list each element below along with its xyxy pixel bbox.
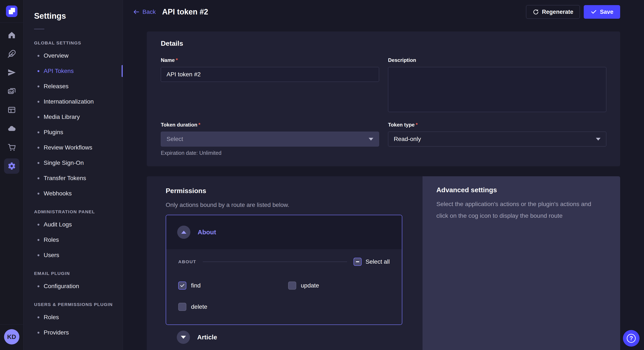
sidebar-item-releases[interactable]: Releases [24, 79, 123, 94]
section-divider [203, 262, 347, 262]
expiration-hint: Expiration date: Unlimited [161, 150, 379, 156]
permissions-title: Permissions [166, 187, 402, 195]
accordion-about-label: About [198, 229, 216, 236]
regenerate-button[interactable]: Regenerate [526, 5, 580, 19]
token-duration-placeholder: Select [166, 136, 183, 143]
action-label: delete [191, 303, 207, 310]
section-header: ADMINISTRATION PANEL [24, 207, 123, 217]
page-header: Back API token #2 Regenerate Save [123, 0, 644, 24]
sidebar-item-internationalization[interactable]: Internationalization [24, 94, 123, 109]
save-button[interactable]: Save [584, 5, 620, 19]
update-checkbox[interactable] [288, 282, 296, 290]
bullet-icon [38, 316, 40, 318]
page-content: Details Name* Description [123, 24, 644, 350]
icon-rail: KD [0, 0, 24, 350]
section-header: USERS & PERMISSIONS PLUGIN [24, 299, 123, 310]
sidebar-title-rule [34, 29, 44, 29]
sidebar-item-transfer-tokens[interactable]: Transfer Tokens [24, 171, 123, 186]
indeterminate-dash-icon [356, 261, 359, 262]
gear-icon[interactable] [4, 159, 20, 174]
layout-icon[interactable] [4, 102, 20, 118]
sidebar-item-label: Providers [44, 329, 69, 336]
permissions-accordion-group: About ABOUT [166, 215, 402, 350]
sidebar-item-up-roles[interactable]: Roles [24, 310, 123, 325]
user-avatar[interactable]: KD [4, 329, 20, 345]
sidebar-item-plugins[interactable]: Plugins [24, 125, 123, 140]
sidebar-item-admin-users[interactable]: Users [24, 247, 123, 263]
action-update: update [288, 282, 390, 290]
cart-icon[interactable] [4, 140, 20, 155]
advanced-settings-panel: Advanced settings Select the application… [422, 176, 620, 350]
sidebar-item-label: API Tokens [44, 68, 74, 74]
chevron-up-icon [181, 231, 186, 234]
chevron-down-icon [181, 336, 186, 339]
sidebar-item-webhooks[interactable]: Webhooks [24, 186, 123, 201]
action-label: update [301, 282, 319, 289]
sidebar-item-up-providers[interactable]: Providers [24, 325, 123, 340]
sidebar-item-label: Media Library [44, 114, 80, 120]
delete-checkbox[interactable] [178, 303, 186, 311]
accordion-about-header[interactable]: About [166, 215, 402, 249]
sidebar-item-admin-roles[interactable]: Roles [24, 232, 123, 247]
action-label: find [191, 282, 200, 289]
bullet-icon [38, 162, 40, 164]
select-all-control[interactable]: Select all [354, 258, 390, 266]
sidebar-item-label: Audit Logs [44, 221, 72, 228]
rail-divider [0, 22, 24, 23]
required-asterisk: * [416, 122, 418, 128]
bullet-icon [38, 239, 40, 241]
details-card: Details Name* Description [147, 31, 620, 166]
sidebar-item-audit-logs[interactable]: Audit Logs [24, 217, 123, 232]
permissions-section: Permissions Only actions bound by a rout… [147, 176, 620, 350]
sidebar-item-label: Internationalization [44, 98, 94, 105]
token-type-label: Token type* [388, 122, 606, 128]
paper-plane-icon[interactable] [4, 65, 20, 80]
section-email-plugin: EMAIL PLUGIN Configuration [24, 268, 123, 294]
sidebar-item-label: Roles [44, 236, 59, 243]
accordion-article-label: Article [197, 334, 217, 341]
bullet-icon [38, 70, 40, 72]
find-checkbox[interactable] [178, 282, 186, 290]
sidebar-item-media-library[interactable]: Media Library [24, 109, 123, 125]
bullet-icon [38, 55, 40, 57]
cloud-icon[interactable] [4, 121, 20, 136]
details-title: Details [161, 39, 606, 47]
accordion-article-header[interactable]: Article [166, 331, 402, 344]
check-icon [590, 9, 597, 15]
collapse-button[interactable] [177, 226, 190, 239]
sidebar-item-single-sign-on[interactable]: Single Sign-On [24, 155, 123, 171]
token-duration-select[interactable]: Select [161, 132, 379, 147]
settings-sidebar: Settings GLOBAL SETTINGS Overview API To… [24, 0, 123, 350]
strapi-logo-glyph [9, 8, 15, 14]
expand-button[interactable] [177, 331, 190, 344]
page-title: API token #2 [162, 7, 208, 16]
bullet-icon [38, 332, 40, 334]
feather-icon[interactable] [4, 46, 20, 61]
about-section-label: ABOUT [178, 259, 196, 264]
strapi-logo[interactable] [6, 5, 18, 17]
token-type-value: Read-only [394, 136, 421, 143]
sidebar-item-label: Plugins [44, 129, 63, 136]
images-icon[interactable] [4, 84, 20, 99]
sidebar-item-review-workflows[interactable]: Review Workflows [24, 140, 123, 155]
back-button[interactable]: Back [133, 8, 156, 15]
home-icon[interactable] [4, 27, 20, 43]
action-find: find [178, 282, 280, 290]
token-type-select[interactable]: Read-only [388, 132, 606, 147]
back-label: Back [142, 8, 156, 15]
main-area: Back API token #2 Regenerate Save Detail… [123, 0, 644, 350]
permissions-card: Permissions Only actions bound by a rout… [147, 176, 422, 350]
check-icon [180, 283, 185, 288]
sidebar-item-overview[interactable]: Overview [24, 48, 123, 63]
sidebar-item-api-tokens[interactable]: API Tokens [24, 63, 123, 79]
sidebar-item-email-configuration[interactable]: Configuration [24, 279, 123, 294]
details-form-row-1: Name* Description [161, 57, 606, 113]
help-button[interactable]: ? [623, 330, 640, 347]
sidebar-item-label: Overview [44, 52, 68, 59]
required-asterisk: * [176, 57, 178, 63]
description-textarea[interactable] [388, 67, 606, 112]
select-all-checkbox[interactable] [354, 258, 362, 266]
name-input[interactable] [161, 67, 379, 82]
name-field-group: Name* [161, 57, 379, 113]
token-type-field-group: Token type* Read-only [388, 122, 606, 156]
